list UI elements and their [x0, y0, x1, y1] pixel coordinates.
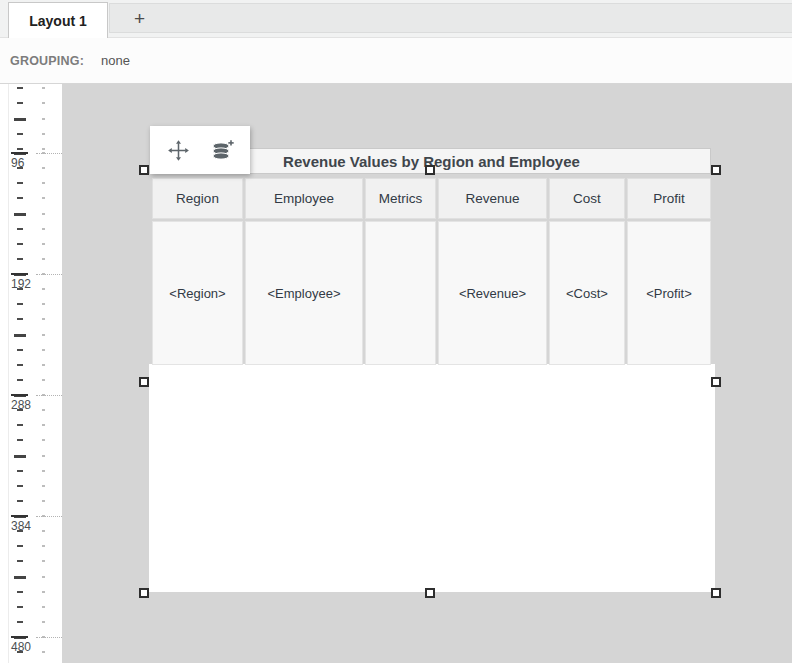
database-add-icon[interactable] [210, 139, 234, 162]
data-cell-profit[interactable]: <Profit> [627, 221, 711, 365]
ruler-marker-96: 96 [0, 153, 62, 173]
data-cell-cost[interactable]: <Cost> [549, 221, 625, 365]
header-cell-employee[interactable]: Employee [245, 178, 363, 219]
data-cell-metrics[interactable] [365, 221, 436, 365]
tab-layout-1[interactable]: Layout 1 [8, 2, 108, 38]
ruler-label: 288 [11, 398, 31, 412]
grouping-label: GROUPING: [10, 54, 84, 68]
table-widget-body[interactable] [149, 364, 715, 592]
selection-handle-bottom-left[interactable] [139, 588, 149, 598]
ruler-dotted-line [36, 395, 62, 396]
selection-handle-top-left[interactable] [139, 165, 149, 175]
selection-handle-top-right[interactable] [711, 165, 721, 175]
header-cell-revenue[interactable]: Revenue [438, 178, 547, 219]
selection-handle-top-center[interactable] [425, 165, 435, 175]
header-cell-metrics[interactable]: Metrics [365, 178, 436, 219]
grouping-bar: GROUPING: none [0, 38, 792, 84]
table-data-row: <Region> <Employee> <Revenue> <Cost> <Pr… [152, 221, 711, 365]
design-canvas[interactable]: 96 192 288 384 480 Revenue Values by Reg… [0, 84, 792, 663]
ruler-dotted-line [36, 153, 62, 154]
ruler-marker-384: 384 [0, 516, 62, 536]
selection-handle-bottom-right[interactable] [711, 588, 721, 598]
header-cell-profit[interactable]: Profit [627, 178, 711, 219]
tab-layout-1-label: Layout 1 [29, 13, 87, 29]
ruler-dotted-line [36, 637, 62, 638]
data-cell-revenue[interactable]: <Revenue> [438, 221, 547, 365]
widget-popup-toolbar [150, 126, 250, 174]
ruler-marker-192: 192 [0, 274, 62, 294]
data-cell-region[interactable]: <Region> [152, 221, 243, 365]
ruler-marker-480: 480 [0, 637, 62, 657]
data-cell-employee[interactable]: <Employee> [245, 221, 363, 365]
selection-handle-mid-right[interactable] [711, 377, 721, 387]
selection-handle-bottom-center[interactable] [425, 588, 435, 598]
ruler-label: 384 [11, 519, 31, 533]
layout-tab-bar: Layout 1 + [0, 0, 792, 38]
vertical-ruler: 96 192 288 384 480 [0, 84, 62, 663]
header-cell-cost[interactable]: Cost [549, 178, 625, 219]
ruler-marker-288: 288 [0, 395, 62, 415]
ruler-label: 96 [11, 156, 24, 170]
ruler-label: 192 [11, 277, 31, 291]
tab-strip: + [109, 3, 792, 33]
selection-handle-mid-left[interactable] [139, 377, 149, 387]
table-header-row: Region Employee Metrics Revenue Cost Pro… [152, 178, 711, 219]
report-designer: Layout 1 + GROUPING: none 96 192 [0, 0, 792, 663]
ruler-dotted-line [36, 274, 62, 275]
ruler-label: 480 [11, 640, 31, 654]
grouping-value[interactable]: none [101, 53, 130, 68]
ruler-dotted-line [36, 516, 62, 517]
move-icon[interactable] [167, 139, 190, 162]
header-cell-region[interactable]: Region [152, 178, 243, 219]
add-layout-button[interactable]: + [134, 9, 145, 28]
